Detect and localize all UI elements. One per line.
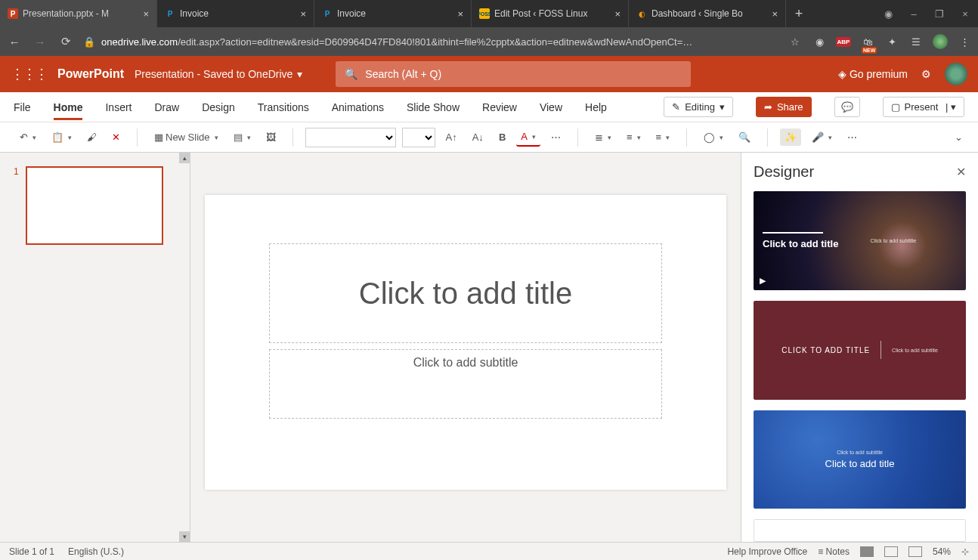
app-launcher-icon[interactable]: ⋮⋮⋮	[11, 66, 47, 82]
collapse-ribbon-button[interactable]: ⌄	[950, 128, 967, 146]
scroll-up-button[interactable]: ▴	[179, 153, 190, 163]
status-language[interactable]: English (U.S.)	[68, 546, 124, 557]
bold-button[interactable]: B	[494, 128, 510, 146]
sorter-view-button[interactable]	[884, 546, 898, 557]
editing-mode-button[interactable]: ✎ Editing ▾	[664, 97, 733, 117]
tab-label: Invoice	[337, 8, 366, 19]
design-idea-1[interactable]: Click to add title Click to add subtitle…	[754, 191, 966, 290]
undo-button[interactable]: ↶	[15, 128, 41, 146]
account-icon[interactable]: ◉	[875, 0, 901, 27]
tab-draw[interactable]: Draw	[154, 94, 179, 120]
zoom-level[interactable]: 54%	[933, 546, 951, 557]
tab-fosslinux[interactable]: FOSS Edit Post ‹ FOSS Linux ×	[472, 0, 629, 27]
fit-to-window-button[interactable]: ⊹	[961, 546, 969, 557]
tab-animations[interactable]: Animations	[332, 94, 384, 120]
menu-icon[interactable]: ⋮	[957, 34, 972, 49]
tab-invoice-1[interactable]: P Invoice ×	[157, 0, 314, 27]
font-color-button[interactable]: A	[516, 128, 540, 147]
subtitle-placeholder[interactable]: Click to add subtitle	[269, 349, 662, 419]
design-idea-4[interactable]	[754, 519, 966, 542]
foss-icon: FOSS	[479, 8, 490, 19]
tab-slideshow[interactable]: Slide Show	[407, 94, 460, 120]
abp-icon[interactable]: ABP	[836, 34, 851, 49]
design-idea-2[interactable]: CLICK TO ADD TITLE Click to add subtitle	[754, 301, 966, 400]
scroll-down-button[interactable]: ▾	[179, 531, 190, 542]
slide-canvas: Click to add title Click to add subtitle	[190, 153, 741, 542]
comments-button[interactable]: 💬	[834, 97, 860, 117]
notes-button[interactable]: ≡ Notes	[818, 546, 850, 557]
app-header: ⋮⋮⋮ PowerPoint Presentation - Saved to O…	[0, 56, 978, 92]
bookmark-icon[interactable]: ☆	[788, 34, 803, 49]
close-window-button[interactable]: ×	[952, 0, 978, 27]
minimize-button[interactable]: –	[901, 0, 927, 27]
ribbon-tabs: File Home Insert Draw Design Transitions…	[0, 92, 978, 122]
normal-view-button[interactable]	[860, 546, 874, 557]
close-icon[interactable]: ×	[300, 8, 306, 20]
more-commands-button[interactable]: ⋯	[843, 128, 862, 146]
profile-avatar[interactable]	[933, 34, 948, 49]
new-tab-button[interactable]: +	[786, 0, 812, 27]
title-placeholder[interactable]: Click to add title	[269, 243, 662, 343]
settings-icon[interactable]: ⚙	[921, 68, 931, 80]
browser-tabstrip: P Presentation.pptx - M × P Invoice × P …	[0, 0, 978, 27]
font-size-select[interactable]	[402, 128, 435, 147]
more-font-button[interactable]: ⋯	[546, 128, 565, 146]
close-icon[interactable]: ×	[143, 8, 149, 20]
thumbnail-slide-1[interactable]	[26, 166, 163, 245]
user-avatar[interactable]	[945, 63, 967, 85]
close-icon[interactable]: ×	[457, 8, 463, 20]
reading-view-button[interactable]	[908, 546, 922, 557]
close-icon[interactable]: ×	[772, 8, 778, 20]
numbering-button[interactable]: ≡	[622, 128, 645, 146]
extension-shopping-icon[interactable]: 🛍NEW	[860, 34, 875, 49]
document-name[interactable]: Presentation - Saved to OneDrive▾	[135, 68, 302, 80]
search-box[interactable]: 🔍 Search (Alt + Q)	[336, 61, 691, 87]
close-pane-icon[interactable]: ✕	[956, 165, 966, 179]
paste-button[interactable]: 📋	[47, 128, 76, 146]
align-button[interactable]: ≡	[651, 128, 675, 146]
tab-transitions[interactable]: Transitions	[258, 94, 309, 120]
designer-pane: Designer ✕ Click to add title Click to a…	[741, 153, 978, 542]
readlist-icon[interactable]: ☰	[908, 34, 924, 49]
picture-button[interactable]: 🖼	[262, 128, 280, 146]
tab-invoice-2[interactable]: P Invoice ×	[314, 0, 472, 27]
present-button[interactable]: ▢ Present | ▾	[883, 97, 964, 117]
share-button[interactable]: ➦ Share	[756, 97, 812, 117]
tab-design[interactable]: Design	[202, 94, 235, 120]
close-icon[interactable]: ×	[614, 8, 621, 20]
shapes-button[interactable]: ◯	[699, 128, 728, 146]
decrease-font-button[interactable]: A↓	[468, 128, 488, 146]
increase-font-button[interactable]: A↑	[441, 128, 462, 146]
extension-icon[interactable]: ◉	[812, 34, 827, 49]
reload-button[interactable]: ⟳	[57, 35, 74, 48]
tab-presentation[interactable]: P Presentation.pptx - M ×	[0, 0, 157, 27]
extensions-icon[interactable]: ✦	[884, 34, 899, 49]
layout-button[interactable]: ▤	[229, 128, 255, 146]
help-improve-link[interactable]: Help Improve Office	[727, 546, 807, 557]
find-button[interactable]: 🔍	[734, 128, 755, 146]
tab-insert[interactable]: Insert	[105, 94, 132, 120]
back-button[interactable]: ←	[6, 36, 23, 48]
bullets-button[interactable]: ≣	[590, 128, 616, 146]
go-premium-button[interactable]: ◈ Go premium	[838, 68, 908, 80]
slide-number: 1	[14, 166, 19, 177]
maximize-button[interactable]: ❐	[927, 0, 952, 27]
dictate-button[interactable]: 🎤	[807, 128, 837, 146]
design-idea-3[interactable]: Click to add subtitle Click to add title	[754, 410, 966, 509]
tab-review[interactable]: Review	[482, 94, 517, 120]
tab-view[interactable]: View	[540, 94, 562, 120]
url-path: /edit.aspx?action=editnew&resid=D609964D…	[178, 36, 692, 48]
designer-button[interactable]: ✨	[780, 128, 801, 146]
format-painter-button[interactable]: 🖌	[82, 128, 101, 146]
font-name-select[interactable]	[305, 128, 396, 147]
new-slide-button[interactable]: ▦ New Slide	[150, 128, 223, 146]
tab-help[interactable]: Help	[585, 94, 607, 120]
chevron-down-icon: ▾	[297, 68, 302, 80]
tab-file[interactable]: File	[14, 94, 31, 120]
tab-home[interactable]: Home	[54, 94, 83, 120]
slide[interactable]: Click to add title Click to add subtitle	[205, 195, 726, 490]
tab-dashboard[interactable]: ◐ Dashboard ‹ Single Bo ×	[629, 0, 786, 27]
delete-button[interactable]: ✕	[107, 128, 125, 146]
address-bar[interactable]: 🔒 onedrive.live.com/edit.aspx?action=edi…	[83, 36, 778, 48]
status-slide-count: Slide 1 of 1	[9, 546, 54, 557]
